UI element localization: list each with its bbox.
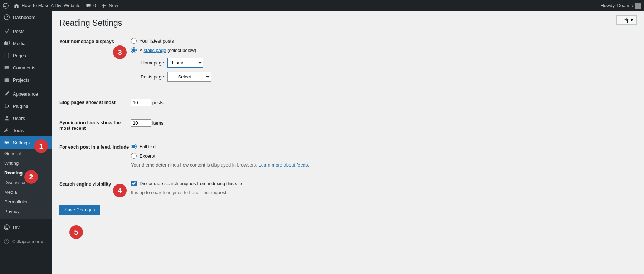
settings-submenu: General Writing Reading Discussion Media… [0, 149, 52, 219]
collapse-icon [4, 239, 9, 244]
menu-label: Posts [13, 29, 25, 34]
items-unit: items [152, 120, 164, 126]
plug-icon [4, 103, 10, 109]
home-icon [14, 3, 19, 9]
menu-tools[interactable]: Tools [0, 124, 52, 136]
menu-settings[interactable]: Settings [0, 136, 52, 149]
radio-excerpt[interactable]: Excerpt [131, 153, 309, 159]
collapse-menu[interactable]: Collapse menu [0, 235, 52, 248]
submenu-privacy[interactable]: Privacy [0, 207, 52, 216]
blog-pages-label: Blog pages show at most [59, 99, 131, 105]
homepage-select[interactable]: Home [167, 58, 203, 68]
feed-description: Your theme determines how content is dis… [131, 162, 309, 168]
seo-checkbox-row[interactable]: Discourage search engines from indexing … [131, 181, 242, 186]
radio-static-page[interactable]: A static page (select below) [131, 47, 211, 53]
radio-excerpt-label: Excerpt [140, 153, 155, 159]
media-icon [4, 40, 10, 47]
radio-latest-label: Your latest posts [140, 38, 174, 44]
divi-icon [4, 224, 10, 230]
comment-icon [86, 3, 91, 9]
syndication-input[interactable] [131, 119, 151, 127]
radio-excerpt-input[interactable] [131, 153, 137, 159]
howdy-text: Howdy, Deanna [600, 3, 633, 8]
menu-label: Plugins [13, 104, 28, 109]
menu-plugins[interactable]: Plugins [0, 100, 52, 112]
radio-full-input[interactable] [131, 144, 137, 149]
menu-label: Dashboard [13, 15, 36, 20]
menu-label: Pages [13, 53, 26, 58]
menu-media[interactable]: Media [0, 37, 52, 49]
menu-posts[interactable]: Posts [0, 25, 52, 37]
dashboard-icon [4, 14, 10, 20]
comment-icon [4, 64, 10, 71]
content-area: Help ▾ Reading Settings Your homepage di… [52, 11, 644, 274]
pin-icon [4, 28, 10, 34]
wp-logo[interactable] [3, 3, 9, 9]
menu-label: Comments [13, 65, 35, 71]
avatar [635, 3, 641, 9]
menu-dashboard[interactable]: Dashboard [0, 11, 52, 23]
menu-label: Users [13, 116, 25, 121]
menu-label: Projects [13, 77, 30, 83]
svg-rect-6 [5, 141, 9, 142]
svg-point-12 [4, 225, 9, 230]
brush-icon [4, 91, 10, 97]
radio-static-label: A static page (select below) [140, 48, 196, 53]
svg-rect-2 [4, 42, 8, 45]
svg-point-11 [6, 143, 7, 144]
help-label: Help [620, 18, 629, 23]
new-link[interactable]: New [101, 3, 118, 9]
posts-page-select-label: Posts page: [137, 74, 165, 80]
seo-label: Search engine visibility [59, 181, 131, 187]
svg-rect-7 [5, 142, 9, 143]
menu-label: Tools [13, 128, 24, 133]
radio-full-label: Full text [140, 144, 156, 149]
blog-pages-input[interactable] [131, 99, 151, 106]
menu-label: Media [13, 41, 25, 46]
submenu-media[interactable]: Media [0, 187, 52, 197]
submenu-writing[interactable]: Writing [0, 158, 52, 168]
radio-full-text[interactable]: Full text [131, 144, 309, 149]
menu-comments[interactable]: Comments [0, 62, 52, 74]
admin-sidebar: Dashboard Posts Media Pages Comments Pro… [0, 11, 52, 274]
submenu-permalinks[interactable]: Permalinks [0, 197, 52, 207]
menu-projects[interactable]: Projects [0, 74, 52, 86]
radio-static-input[interactable] [131, 47, 137, 53]
site-link[interactable]: How To Make A Divi Website [14, 3, 80, 9]
menu-divi[interactable]: Divi [0, 221, 52, 233]
svg-point-0 [3, 3, 8, 8]
plus-icon [101, 3, 107, 9]
syndication-label: Syndication feeds show the most recent [59, 119, 131, 131]
user-menu[interactable]: Howdy, Deanna [600, 3, 641, 9]
annotation-5: 5 [69, 225, 83, 239]
submenu-discussion[interactable]: Discussion [0, 178, 52, 187]
new-label: New [109, 3, 118, 8]
posts-page-select[interactable]: — Select — [167, 72, 211, 82]
radio-latest-input[interactable] [131, 38, 137, 44]
menu-pages[interactable]: Pages [0, 49, 52, 62]
comments-link[interactable]: 0 [86, 3, 96, 9]
static-page-link[interactable]: static page [144, 48, 166, 53]
submenu-reading[interactable]: Reading [0, 168, 52, 178]
svg-point-10 [7, 142, 8, 143]
collapse-label: Collapse menu [12, 239, 43, 244]
save-button[interactable]: Save Changes [59, 205, 100, 215]
svg-point-13 [4, 239, 9, 244]
wrench-icon [4, 127, 10, 134]
help-button[interactable]: Help ▾ [616, 15, 637, 25]
menu-users[interactable]: Users [0, 112, 52, 124]
chevron-down-icon: ▾ [631, 18, 633, 23]
svg-point-9 [5, 141, 6, 142]
radio-latest-posts[interactable]: Your latest posts [131, 38, 211, 44]
page-title: Reading Settings [59, 11, 637, 32]
page-icon [4, 52, 10, 59]
homepage-select-label: Homepage: [137, 60, 165, 66]
seo-checkbox[interactable] [131, 181, 137, 186]
feed-include-label: For each post in a feed, include [59, 144, 131, 150]
svg-rect-4 [5, 78, 9, 82]
menu-label: Divi [13, 225, 21, 230]
submenu-general[interactable]: General [0, 149, 52, 158]
feeds-link[interactable]: Learn more about feeds [258, 162, 308, 168]
menu-appearance[interactable]: Appearance [0, 88, 52, 100]
menu-label: Settings [13, 140, 30, 145]
